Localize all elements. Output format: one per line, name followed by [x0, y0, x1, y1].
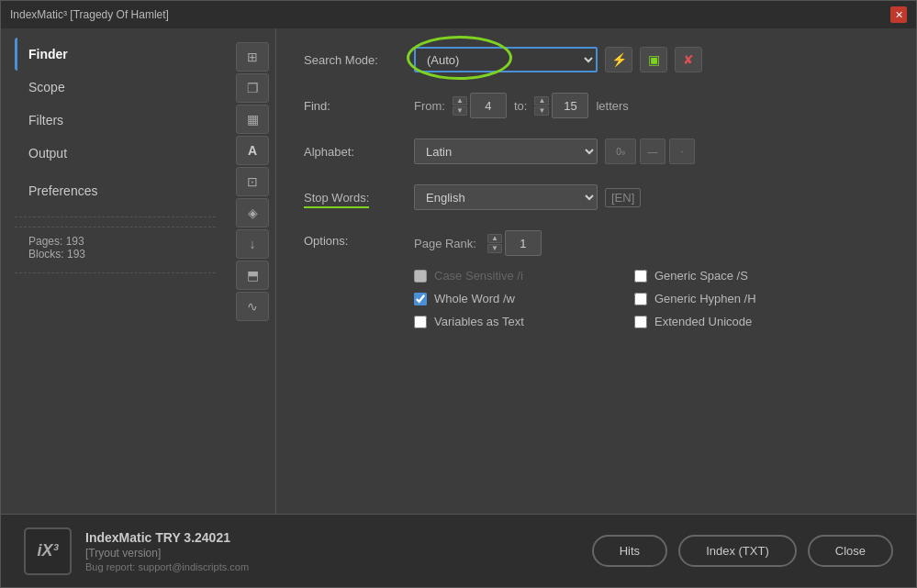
variables-as-text-row: Variables as Text	[414, 315, 616, 328]
red-icon-btn[interactable]: ✘	[675, 47, 702, 72]
chart-icon-btn[interactable]: ∿	[236, 292, 269, 321]
export-icon-btn[interactable]: ⬒	[236, 261, 269, 290]
generic-space-label: Generic Space /S	[654, 269, 748, 283]
sidebar-item-preferences[interactable]: Preferences	[15, 174, 216, 207]
alphabet-row: Alphabet: Latin Greek Cyrillic Hebrew Ar…	[304, 139, 889, 164]
from-down-arrow[interactable]: ▼	[453, 106, 467, 116]
stopwords-controls: English French German Spanish None [EN]	[414, 184, 889, 210]
whole-word-row: Whole Word /w	[414, 292, 616, 305]
grid-icon-btn[interactable]: ⊞	[236, 42, 269, 72]
download-icon-btn[interactable]: ↓	[236, 229, 269, 259]
sidebar-stats: Pages: 193 Blocks: 193	[15, 227, 216, 268]
num-btn[interactable]: 0₉	[605, 139, 636, 164]
from-up-arrow[interactable]: ▲	[453, 96, 467, 105]
options-label: Options:	[304, 230, 414, 248]
close-button[interactable]: Close	[808, 535, 893, 567]
sidebar-divider-2	[15, 272, 216, 273]
footer-bug-report: Bug report: support@indiscripts.com	[85, 561, 249, 572]
sidebar-item-output[interactable]: Output	[15, 137, 216, 170]
pages-stat: Pages: 193	[28, 235, 202, 248]
dot-btn[interactable]: ·	[669, 139, 695, 164]
whole-word-label: Whole Word /w	[434, 292, 515, 305]
to-down-arrow[interactable]: ▼	[534, 106, 549, 116]
from-spinner: ▲ ▼ 4	[453, 93, 507, 118]
generic-space-checkbox[interactable]	[634, 270, 647, 283]
from-label: From:	[414, 99, 445, 113]
image-icon-btn[interactable]: ⊡	[236, 167, 269, 196]
page-rank-row: Page Rank: ▲ ▼ 1	[414, 230, 836, 256]
footer-text: IndexMatic TRY 3.24021 [Tryout version] …	[85, 530, 249, 572]
to-value-input[interactable]: 15	[552, 93, 588, 118]
from-arrows: ▲ ▼	[453, 96, 467, 116]
footer-buttons: Hits Index (TXT) Close	[592, 535, 893, 567]
copy-icon-btn[interactable]: ❐	[236, 73, 269, 103]
sidebar-item-filters[interactable]: Filters	[15, 104, 216, 137]
footer-title: IndexMatic TRY 3.24021	[85, 530, 249, 545]
content-area: Search Mode: (Auto) Regex Wildcard Liter…	[276, 28, 916, 514]
main-layout: Finder Scope Filters Output Preferences	[1, 28, 916, 514]
search-mode-select[interactable]: (Auto) Regex Wildcard Literal	[414, 47, 598, 72]
green-box-btn[interactable]: ▣	[640, 47, 667, 72]
sidebar-item-scope[interactable]: Scope	[15, 71, 216, 104]
page-rank-input[interactable]: 1	[505, 230, 542, 256]
index-button[interactable]: Index (TXT)	[678, 535, 797, 567]
sidebar-divider-1	[15, 216, 216, 217]
footer-logo-area: iX³ IndexMatic TRY 3.24021 [Tryout versi…	[24, 527, 249, 575]
extended-unicode-checkbox[interactable]	[634, 316, 647, 328]
en-badge: [EN]	[605, 188, 641, 207]
generic-space-row: Generic Space /S	[634, 269, 836, 283]
case-sensitive-label: Case Sensitive /i	[434, 269, 523, 283]
whole-word-checkbox[interactable]	[414, 293, 427, 305]
stopwords-label: Stop Words:	[304, 191, 414, 205]
title-bar: IndexMatic³ [Tragedy Of Hamlet] ✕	[1, 1, 916, 28]
footer-subtitle: [Tryout version]	[85, 547, 249, 560]
to-spinner: ▲ ▼ 15	[534, 93, 588, 118]
sidebar: Finder Scope Filters Output Preferences	[1, 28, 276, 514]
pagerank-down-arrow[interactable]: ▼	[487, 244, 502, 253]
search-mode-row: Search Mode: (Auto) Regex Wildcard Liter…	[304, 47, 889, 72]
from-value-input[interactable]: 4	[470, 93, 507, 118]
generic-hyphen-checkbox[interactable]	[634, 293, 647, 305]
to-label: to:	[514, 99, 527, 113]
alphabet-select[interactable]: Latin Greek Cyrillic Hebrew Arabic	[414, 139, 598, 164]
extended-unicode-row: Extended Unicode	[634, 315, 836, 328]
sidebar-item-finder[interactable]: Finder	[15, 38, 216, 71]
search-mode-container: (Auto) Regex Wildcard Literal	[414, 47, 598, 72]
window-title: IndexMatic³ [Tragedy Of Hamlet]	[10, 8, 169, 21]
pagerank-up-arrow[interactable]: ▲	[487, 234, 502, 243]
page-rank-spinner: ▲ ▼ 1	[487, 230, 542, 256]
dash-btn[interactable]: —	[640, 139, 665, 164]
options-row: Options: Page Rank: ▲ ▼ 1	[304, 230, 889, 328]
options-checkboxes: Case Sensitive /i Generic Space /S Whole…	[414, 269, 836, 328]
stopwords-select[interactable]: English French German Spanish None	[414, 184, 598, 210]
blocks-stat: Blocks: 193	[28, 248, 202, 261]
alpha-extra-btns: 0₉ — ·	[605, 139, 695, 164]
search-mode-controls: (Auto) Regex Wildcard Literal ⚡ ▣ ✘	[414, 47, 889, 72]
main-window: IndexMatic³ [Tragedy Of Hamlet] ✕ Finder…	[0, 0, 917, 588]
hits-button[interactable]: Hits	[592, 535, 667, 567]
text-icon-btn[interactable]: A	[236, 136, 269, 165]
stopwords-label-text: Stop Words:	[304, 191, 369, 208]
search-mode-label: Search Mode:	[304, 53, 414, 67]
options-controls: Page Rank: ▲ ▼ 1 Case S	[414, 230, 836, 328]
layers-icon-btn[interactable]: ◈	[236, 198, 269, 227]
to-up-arrow[interactable]: ▲	[534, 96, 549, 105]
generic-hyphen-label: Generic Hyphen /H	[654, 292, 756, 305]
app-logo: iX³	[24, 527, 72, 575]
lightning-btn[interactable]: ⚡	[605, 47, 632, 72]
find-label: Find:	[304, 99, 414, 113]
case-sensitive-row: Case Sensitive /i	[414, 269, 616, 283]
table-icon-btn[interactable]: ▦	[236, 105, 269, 134]
variables-as-text-checkbox[interactable]	[414, 316, 427, 328]
footer: iX³ IndexMatic TRY 3.24021 [Tryout versi…	[1, 514, 916, 587]
case-sensitive-checkbox[interactable]	[414, 270, 427, 283]
sidebar-top: Finder Scope Filters Output Preferences	[1, 38, 275, 505]
stopwords-row: Stop Words: English French German Spanis…	[304, 184, 889, 210]
find-row: Find: From: ▲ ▼ 4 to: ▲ ▼	[304, 93, 889, 118]
to-arrows: ▲ ▼	[534, 96, 549, 116]
page-rank-label: Page Rank:	[414, 237, 476, 250]
find-controls: From: ▲ ▼ 4 to: ▲ ▼ 15	[414, 93, 889, 118]
sidebar-nav: Finder Scope Filters Output Preferences	[1, 38, 229, 505]
close-window-btn[interactable]: ✕	[890, 6, 907, 23]
page-rank-arrows: ▲ ▼	[487, 234, 502, 253]
